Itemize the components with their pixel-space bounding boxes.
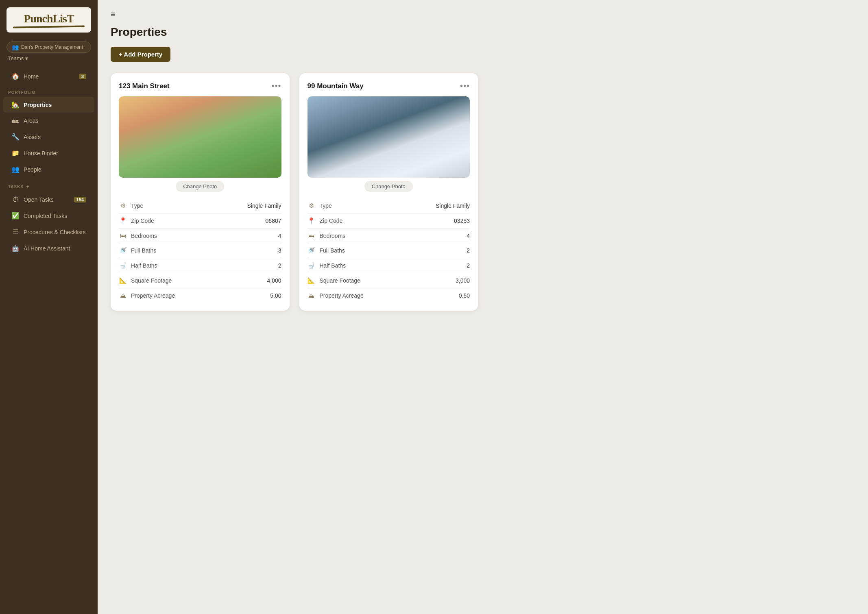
detail-value-6: 5.00: [270, 292, 281, 299]
detail-icon-0: ⚙: [119, 202, 127, 209]
sidebar-item-open-tasks[interactable]: ⏱ Open Tasks 154: [3, 192, 94, 207]
team-badge-icon: 👥: [12, 44, 19, 50]
detail-label-6: Property Acreage: [320, 292, 455, 299]
open-tasks-icon: ⏱: [11, 196, 20, 203]
detail-icon-6: ⛰: [119, 292, 127, 299]
detail-row: 📐 Square Footage 3,000: [308, 273, 470, 288]
detail-row: 🚽 Half Baths 2: [308, 258, 470, 273]
detail-row: 🚿 Full Baths 2: [308, 243, 470, 258]
card-address: 123 Main Street: [119, 82, 170, 90]
detail-value-2: 4: [467, 233, 470, 239]
detail-row: ⛰ Property Acreage 5.00: [119, 288, 281, 303]
property-details: ⚙ Type Single Family 📍 Zip Code 03253 🛏 …: [308, 198, 470, 303]
detail-icon-3: 🚿: [119, 247, 127, 254]
detail-label-4: Half Baths: [320, 262, 463, 269]
detail-value-0: Single Family: [436, 202, 470, 209]
people-icon: 👥: [11, 165, 20, 173]
detail-row: 🛏 Bedrooms 4: [308, 229, 470, 243]
sidebar-properties-label: Properties: [24, 102, 52, 108]
detail-label-2: Bedrooms: [131, 233, 274, 239]
detail-label-4: Half Baths: [131, 262, 274, 269]
sidebar-item-assets[interactable]: 🔧 Assets: [3, 129, 94, 145]
change-photo-button[interactable]: Change Photo: [176, 181, 224, 192]
detail-icon-5: 📐: [308, 277, 316, 284]
card-header: 123 Main Street •••: [119, 81, 281, 91]
teams-row[interactable]: Teams ▾: [0, 54, 98, 66]
main-content: ≡ Properties + Add Property 123 Main Str…: [98, 0, 868, 614]
sidebar-item-completed-tasks[interactable]: ✅ Completed Tasks: [3, 208, 94, 224]
page-title: Properties: [111, 26, 855, 39]
team-badge[interactable]: 👥 Dan's Property Management: [7, 41, 91, 53]
detail-label-3: Full Baths: [320, 247, 463, 254]
detail-value-2: 4: [278, 233, 281, 239]
card-header: 99 Mountain Way •••: [308, 81, 470, 91]
procedures-icon: ☰: [11, 228, 20, 236]
house-binder-icon: 📁: [11, 149, 20, 157]
logo-box: PunchLisT: [7, 7, 91, 33]
sidebar-item-ai-assistant[interactable]: 🤖 AI Home Assistant: [3, 240, 94, 256]
sidebar-item-procedures[interactable]: ☰ Procedures & Checklists: [3, 224, 94, 240]
detail-value-1: 03253: [454, 218, 470, 224]
card-menu-button[interactable]: •••: [271, 81, 281, 91]
detail-icon-0: ⚙: [308, 202, 316, 209]
detail-row: 📍 Zip Code 03253: [308, 213, 470, 229]
detail-icon-4: 🚽: [308, 262, 316, 269]
sidebar-areas-label: Areas: [24, 118, 39, 124]
teams-chevron-icon: ▾: [25, 55, 28, 61]
teams-label: Teams: [8, 55, 24, 61]
sidebar-item-areas[interactable]: 🏘 Areas: [3, 113, 94, 128]
detail-icon-1: 📍: [119, 217, 127, 224]
assets-icon: 🔧: [11, 133, 20, 141]
card-address: 99 Mountain Way: [308, 82, 364, 90]
detail-value-3: 2: [467, 247, 470, 254]
sidebar-item-properties[interactable]: 🏡 Properties: [3, 97, 94, 113]
detail-row: 📐 Square Footage 4,000: [119, 273, 281, 288]
change-photo-button[interactable]: Change Photo: [364, 181, 413, 192]
sidebar-open-tasks-label: Open Tasks: [24, 196, 54, 203]
detail-row: 🛏 Bedrooms 4: [119, 229, 281, 243]
sidebar-item-house-binder[interactable]: 📁 House Binder: [3, 145, 94, 161]
detail-row: 🚿 Full Baths 3: [119, 243, 281, 258]
card-photo-container: [119, 96, 281, 178]
areas-icon: 🏘: [11, 117, 20, 124]
detail-value-1: 06807: [266, 218, 281, 224]
detail-value-4: 2: [278, 262, 281, 269]
detail-label-2: Bedrooms: [320, 233, 463, 239]
detail-icon-6: ⛰: [308, 292, 316, 299]
sidebar-completed-tasks-label: Completed Tasks: [24, 213, 67, 219]
card-menu-button[interactable]: •••: [460, 81, 470, 91]
completed-tasks-icon: ✅: [11, 212, 20, 220]
detail-value-0: Single Family: [247, 202, 281, 209]
tasks-section-label: TASKS +: [0, 178, 98, 192]
card-photo-container: [308, 96, 470, 178]
sidebar-item-home[interactable]: 🏠 Home 3: [3, 68, 94, 84]
hamburger-menu[interactable]: ≡: [111, 10, 855, 19]
sidebar-assets-label: Assets: [24, 134, 41, 140]
detail-label-0: Type: [131, 202, 243, 209]
home-icon: 🏠: [11, 72, 20, 80]
detail-row: 📍 Zip Code 06807: [119, 213, 281, 229]
detail-row: ⚙ Type Single Family: [119, 198, 281, 213]
detail-label-5: Square Footage: [131, 277, 263, 284]
detail-row: ⚙ Type Single Family: [308, 198, 470, 213]
properties-grid: 123 Main Street ••• Change Photo ⚙ Type …: [111, 73, 855, 311]
home-badge: 3: [79, 74, 86, 79]
open-tasks-badge: 154: [74, 197, 86, 202]
tasks-add-button[interactable]: +: [26, 183, 30, 190]
detail-value-6: 0.50: [459, 292, 470, 299]
sidebar-item-people[interactable]: 👥 People: [3, 161, 94, 177]
add-property-button[interactable]: + Add Property: [111, 47, 170, 62]
sidebar-house-binder-label: House Binder: [24, 150, 58, 157]
property-details: ⚙ Type Single Family 📍 Zip Code 06807 🛏 …: [119, 198, 281, 303]
detail-icon-2: 🛏: [308, 232, 316, 239]
app-logo: PunchLisT: [13, 13, 85, 24]
detail-value-5: 4,000: [267, 277, 281, 284]
detail-label-6: Property Acreage: [131, 292, 266, 299]
ai-assistant-icon: 🤖: [11, 244, 20, 252]
sidebar-logo-area: PunchLisT: [0, 0, 98, 37]
detail-row: 🚽 Half Baths 2: [119, 258, 281, 273]
detail-label-5: Square Footage: [320, 277, 451, 284]
detail-value-5: 3,000: [456, 277, 470, 284]
detail-label-1: Zip Code: [320, 218, 450, 224]
detail-icon-4: 🚽: [119, 262, 127, 269]
